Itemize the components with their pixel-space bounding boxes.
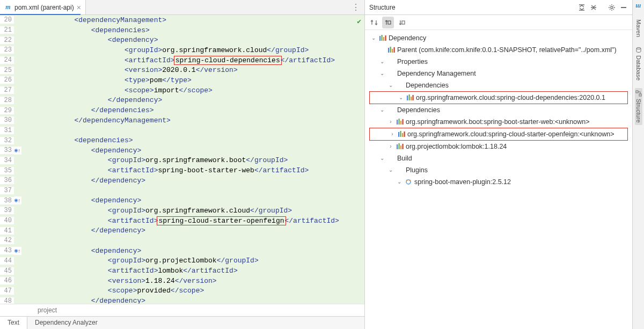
svg-rect-3 (402, 21, 405, 24)
code-line[interactable]: 31 (0, 126, 364, 136)
chevron-down-icon[interactable]: ⌄ (398, 92, 404, 103)
kebab-icon[interactable]: ⋮ (347, 2, 364, 12)
code-line[interactable]: 38◉↑ <dependency> (0, 195, 364, 206)
tree-node[interactable]: ⌄Dependencies (368, 79, 629, 91)
collapse-icon[interactable] (577, 3, 586, 12)
autoscroll-source-icon[interactable] (382, 17, 394, 28)
database-icon (635, 47, 642, 53)
code-line[interactable]: 23 <groupId>org.springframework.cloud</g… (0, 45, 364, 55)
breadcrumb[interactable]: project (0, 304, 364, 316)
side-tab-database[interactable]: Database (635, 45, 642, 83)
chevron-down-icon[interactable]: ⌄ (379, 56, 385, 67)
code-line[interactable]: 43◉↑ <dependency> (0, 246, 364, 256)
side-tab-maven[interactable]: m (634, 1, 642, 12)
chevron-right-icon[interactable]: › (387, 141, 394, 152)
code-text: <artifactId>spring-cloud-dependencies</a… (38, 56, 335, 64)
code-line[interactable]: 37 (0, 186, 364, 196)
code-line[interactable]: 30 </dependencyManagement> (0, 115, 364, 126)
tree-node[interactable]: ›org.springframework.cloud:spring-cloud-… (369, 128, 628, 141)
tree-node[interactable]: ⌄spring-boot-maven-plugin:2.5.12 (368, 176, 629, 188)
tree-node[interactable]: ⌄Dependency (368, 32, 629, 44)
structure-tab-icon (635, 90, 642, 97)
line-number: 28 (0, 97, 14, 104)
svg-rect-33 (639, 94, 641, 96)
svg-rect-8 (388, 48, 389, 53)
chevron-down-icon[interactable]: ⌄ (379, 68, 385, 79)
code-line[interactable]: 35 <artifactId>spring-boot-starter-web</… (0, 165, 364, 176)
dependency-bars-icon (406, 94, 414, 101)
svg-rect-10 (392, 49, 393, 53)
tree-node[interactable]: ⌄Dependency Management (368, 68, 629, 79)
side-tab-structure[interactable]: Structure (635, 88, 642, 125)
line-number: 44 (0, 257, 14, 265)
code-line[interactable]: 33◉↑ <dependency> (0, 145, 364, 156)
tree-node[interactable]: Parent (com.knife:com.knife:0.0.1-SNAPSH… (368, 44, 629, 56)
code-line[interactable]: 32 <dependencies> (0, 135, 364, 145)
tree-node[interactable]: ⌄Dependencies (368, 104, 629, 116)
expand-icon[interactable] (589, 3, 598, 12)
line-number: 23 (0, 46, 14, 54)
code-line[interactable]: 28 </dependency> (0, 96, 364, 106)
chevron-down-icon[interactable]: ⌄ (387, 80, 394, 91)
code-text: <artifactId>spring-cloud-starter-openfei… (38, 217, 339, 225)
tree-node[interactable]: ⌄Build (368, 152, 629, 164)
chevron-down-icon[interactable]: ⌄ (379, 153, 385, 164)
code-line[interactable]: 48 </dependency> (0, 296, 364, 304)
structure-tree[interactable]: ⌄Dependency Parent (com.knife:com.knife:… (365, 30, 632, 329)
code-line[interactable]: 41 </dependency> (0, 225, 364, 236)
line-number: 43 (0, 247, 14, 254)
code-line[interactable]: 26 <type>pom</type> (0, 75, 364, 85)
dependency-bars-icon (396, 143, 404, 150)
code-text: </dependency> (38, 96, 162, 104)
svg-point-0 (611, 6, 613, 9)
sort-toggle-icon[interactable] (368, 17, 380, 28)
code-line[interactable]: 40 <artifactId>spring-cloud-starter-open… (0, 216, 364, 226)
code-line[interactable]: 25 <version>2020.0.1</version> (0, 65, 364, 75)
code-line[interactable]: 44 <groupId>org.projectlombok</groupId> (0, 256, 364, 266)
code-line[interactable]: 20 <dependencyManagement> (0, 15, 364, 25)
tab-text[interactable]: Text (0, 317, 27, 329)
line-number: 26 (0, 76, 14, 84)
code-line[interactable]: 46 <version>1.18.24</version> (0, 276, 364, 286)
code-line[interactable]: 34 <groupId>org.springframework.boot</gr… (0, 156, 364, 166)
tree-node[interactable]: ›org.springframework.boot:spring-boot-st… (368, 116, 629, 128)
svg-point-31 (636, 48, 641, 49)
tree-node[interactable]: ›org.projectlombok:lombok:1.18.24 (368, 141, 629, 152)
maven-file-icon: m (4, 4, 12, 11)
tab-dependency-analyzer[interactable]: Dependency Analyzer (27, 317, 105, 329)
chevron-down-icon[interactable]: ⌄ (396, 177, 402, 187)
autoscroll-from-icon[interactable] (396, 17, 408, 28)
code-line[interactable]: 42 (0, 236, 364, 246)
chevron-down-icon[interactable]: ⌄ (379, 105, 385, 115)
code-line[interactable]: 47 <scope>provided</scope> (0, 286, 364, 296)
code-line[interactable]: 39 <groupId>org.springframework.cloud</g… (0, 206, 364, 216)
side-tab-maven-label[interactable]: Maven (635, 17, 642, 39)
gear-icon[interactable] (608, 3, 616, 12)
code-text: <dependency> (38, 247, 141, 255)
code-line[interactable]: 24 <artifactId>spring-cloud-dependencies… (0, 55, 364, 65)
code-editor[interactable]: ✔ 20 <dependencyManagement>21 <dependenc… (0, 15, 364, 304)
svg-rect-22 (402, 133, 403, 137)
chevron-down-icon[interactable]: ⌄ (387, 165, 394, 176)
chevron-down-icon[interactable]: ⌄ (370, 33, 377, 43)
tree-node[interactable]: ⌄Properties (368, 56, 629, 68)
code-line[interactable]: 45 <artifactId>lombok</artifactId> (0, 266, 364, 276)
tree-node[interactable]: ⌄org.springframework.cloud:spring-cloud-… (369, 91, 628, 104)
minimize-icon[interactable] (619, 3, 628, 12)
code-line[interactable]: 27 <scope>import</scope> (0, 85, 364, 96)
chevron-right-icon[interactable]: › (389, 129, 396, 140)
code-line[interactable]: 22 <dependency> (0, 35, 364, 45)
structure-toolbar (365, 15, 632, 30)
code-text: <dependencies> (38, 26, 150, 34)
node-label: spring-boot-maven-plugin:2.5.12 (414, 177, 511, 187)
node-label: org.springframework.cloud:spring-cloud-s… (407, 129, 614, 140)
code-line[interactable]: 36 </dependency> (0, 176, 364, 186)
code-line[interactable]: 21 <dependencies> (0, 25, 364, 35)
dependency-bars-icon (396, 119, 404, 125)
tree-node[interactable]: ⌄Plugins (368, 164, 629, 176)
svg-rect-27 (402, 144, 404, 149)
close-icon[interactable]: × (77, 3, 81, 12)
editor-tab[interactable]: m pom.xml (parent-api) × (0, 0, 86, 14)
code-line[interactable]: 29 </dependencies> (0, 105, 364, 115)
chevron-right-icon[interactable]: › (387, 116, 394, 127)
